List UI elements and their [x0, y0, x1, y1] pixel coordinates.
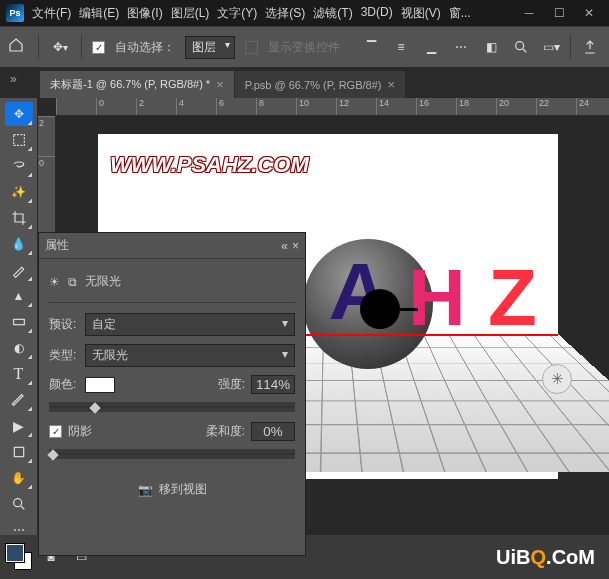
move-tool-indicator-icon[interactable]: ✥▾	[49, 36, 71, 58]
svg-rect-3	[14, 447, 23, 456]
infinite-light-icon: ⧉	[68, 275, 77, 289]
tabs-expand-icon[interactable]: »	[10, 72, 17, 86]
tool-magic-wand[interactable]: ✨	[5, 180, 33, 204]
shadow-label: 阴影	[68, 423, 92, 440]
color-label: 颜色:	[49, 376, 79, 393]
move-to-view-button[interactable]: 📷 移到视图	[138, 481, 207, 498]
tool-dodge[interactable]: ◐	[5, 336, 33, 360]
camera-icon: 📷	[138, 483, 153, 497]
tool-eyedropper[interactable]: 💧	[5, 232, 33, 256]
intensity-slider[interactable]	[49, 402, 295, 412]
intensity-label: 强度:	[218, 376, 245, 393]
3d-nav-widget-icon[interactable]: ✳	[542, 364, 572, 394]
auto-select-label: 自动选择：	[115, 39, 175, 56]
menu-window[interactable]: 窗...	[449, 5, 471, 22]
tab-close-icon[interactable]: ×	[387, 77, 395, 92]
distribute-icon[interactable]: ⋯	[450, 36, 472, 58]
tab-active-document[interactable]: 未标题-1 @ 66.7% (P, RGB/8#) * ×	[40, 71, 235, 98]
site-branding: UiBQ.CoM	[496, 546, 595, 569]
menu-image[interactable]: 图像(I)	[127, 5, 162, 22]
intensity-input[interactable]	[251, 375, 295, 394]
softness-label: 柔和度:	[206, 423, 245, 440]
tools-palette: ✥ ✨ 💧 ▲ ◐ T ▶ ✋ ⋯	[0, 98, 38, 578]
workspace-chooser-icon[interactable]: ▭▾	[540, 36, 562, 58]
tool-marquee[interactable]	[5, 128, 33, 152]
maximize-button[interactable]: ☐	[545, 3, 573, 23]
watermark-text: WWW.PSAHZ.COM	[110, 152, 309, 178]
preset-dropdown[interactable]: 自定	[85, 313, 295, 336]
color-swatch[interactable]	[85, 377, 115, 393]
tool-brush[interactable]	[5, 258, 33, 282]
light-name: 无限光	[85, 273, 121, 290]
tool-move[interactable]: ✥	[5, 102, 33, 126]
document-tabs: 未标题-1 @ 66.7% (P, RGB/8#) * × P.psb @ 66…	[0, 68, 609, 98]
menu-layer[interactable]: 图层(L)	[171, 5, 210, 22]
softness-input[interactable]	[251, 422, 295, 441]
tool-lasso[interactable]	[5, 154, 33, 178]
show-transform-label: 显示变换控件	[268, 39, 340, 56]
tool-hand[interactable]: ✋	[5, 466, 33, 490]
type-label: 类型:	[49, 347, 79, 364]
menu-view[interactable]: 视图(V)	[401, 5, 441, 22]
svg-point-4	[13, 499, 21, 507]
menu-filter[interactable]: 滤镜(T)	[313, 5, 352, 22]
home-icon[interactable]	[8, 37, 28, 57]
3d-letter-h[interactable]: H	[408, 252, 466, 344]
tool-shape[interactable]	[5, 440, 33, 464]
light-icon: ☀	[49, 275, 60, 289]
svg-rect-2	[13, 319, 24, 324]
close-button[interactable]: ✕	[575, 3, 603, 23]
panel-collapse-icon[interactable]: «	[281, 239, 288, 253]
menu-edit[interactable]: 编辑(E)	[79, 5, 119, 22]
ruler-horizontal[interactable]: 024 6810 121416 182022 24	[56, 98, 609, 116]
tool-zoom[interactable]	[5, 492, 33, 516]
color-chips[interactable]	[6, 544, 32, 570]
softness-slider[interactable]	[49, 449, 295, 459]
shadow-checkbox[interactable]: ✓	[49, 425, 62, 438]
3d-mode-icon[interactable]: ◧	[480, 36, 502, 58]
tool-path-select[interactable]: ▶	[5, 414, 33, 438]
tab-close-icon[interactable]: ×	[216, 77, 224, 92]
3d-light-handle[interactable]	[360, 289, 400, 329]
tool-crop[interactable]	[5, 206, 33, 230]
tab-label: 未标题-1 @ 66.7% (P, RGB/8#) *	[50, 77, 210, 92]
properties-panel: 属性 « × ☀ ⧉ 无限光 预设: 自定 类型: 无限光 颜色: 强度: ✓ …	[38, 232, 306, 556]
auto-select-checkbox[interactable]: ✓	[92, 41, 105, 54]
svg-rect-1	[13, 135, 24, 146]
tool-gradient[interactable]	[5, 310, 33, 334]
search-icon[interactable]	[510, 36, 532, 58]
tab-label: P.psb @ 66.7% (P, RGB/8#)	[245, 79, 382, 91]
tool-clone-stamp[interactable]: ▲	[5, 284, 33, 308]
tool-pen[interactable]	[5, 388, 33, 412]
separator	[38, 35, 39, 59]
type-dropdown[interactable]: 无限光	[85, 344, 295, 367]
preset-label: 预设:	[49, 316, 79, 333]
panel-close-icon[interactable]: ×	[292, 239, 299, 253]
show-transform-checkbox[interactable]	[245, 41, 258, 54]
menu-select[interactable]: 选择(S)	[265, 5, 305, 22]
menubar: 文件(F) 编辑(E) 图像(I) 图层(L) 文字(Y) 选择(S) 滤镜(T…	[32, 5, 515, 22]
separator	[81, 35, 82, 59]
window-controls: ─ ☐ ✕	[515, 3, 603, 23]
foreground-color-chip[interactable]	[6, 544, 24, 562]
auto-select-target-dropdown[interactable]: 图层	[185, 36, 235, 59]
tool-type[interactable]: T	[5, 362, 33, 386]
share-icon[interactable]	[579, 36, 601, 58]
minimize-button[interactable]: ─	[515, 3, 543, 23]
options-bar: ✥▾ ✓ 自动选择： 图层 显示变换控件 ▔ ≡ ▁ ⋯ ◧ ▭▾	[0, 26, 609, 68]
tab-inactive-document[interactable]: P.psb @ 66.7% (P, RGB/8#) ×	[235, 71, 406, 98]
panel-title: 属性	[45, 237, 69, 254]
menu-3d[interactable]: 3D(D)	[361, 5, 393, 22]
3d-light-direction[interactable]	[398, 308, 418, 311]
app-logo-icon: Ps	[6, 4, 24, 22]
align-top-icon[interactable]: ▔	[360, 36, 382, 58]
3d-letter-z[interactable]: Z	[488, 252, 537, 344]
titlebar: Ps 文件(F) 编辑(E) 图像(I) 图层(L) 文字(Y) 选择(S) 滤…	[0, 0, 609, 26]
align-bottom-icon[interactable]: ▁	[420, 36, 442, 58]
menu-file[interactable]: 文件(F)	[32, 5, 71, 22]
svg-point-0	[516, 42, 524, 50]
align-vcenter-icon[interactable]: ≡	[390, 36, 412, 58]
menu-type[interactable]: 文字(Y)	[217, 5, 257, 22]
separator	[570, 35, 571, 59]
